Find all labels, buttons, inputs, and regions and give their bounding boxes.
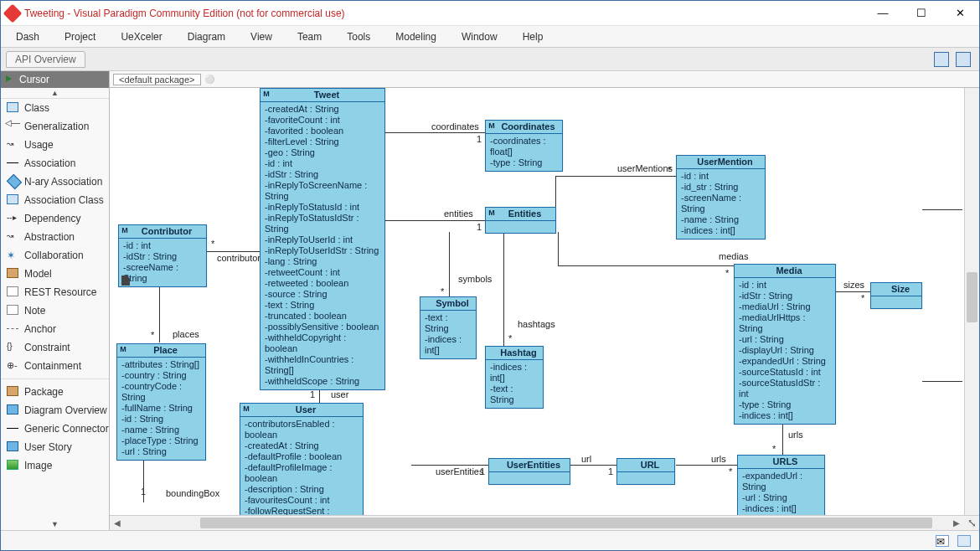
canvas-breadcrumb: <default package> ⚪ xyxy=(110,71,979,88)
palette: Cursor ▲ Class Generalization ↝Usage Ass… xyxy=(1,71,110,530)
assoc-contributors: contributors xyxy=(217,253,265,263)
mult-star-c: * xyxy=(861,293,864,303)
mail-icon[interactable]: ✉ xyxy=(936,535,949,547)
assoc-userentities: userEntities xyxy=(436,466,483,476)
palette-anchor[interactable]: Anchor xyxy=(1,320,109,338)
panel-icon[interactable] xyxy=(956,52,971,67)
mult-1h: 1 xyxy=(141,487,146,497)
class-entities[interactable]: MEntities xyxy=(485,207,556,234)
palette-collapse-up[interactable]: ▲ xyxy=(1,88,109,99)
tab-api-overview[interactable]: API Overview xyxy=(6,51,85,68)
mult-star-g: * xyxy=(211,239,214,249)
assoc-hashtags: hashtags xyxy=(518,319,555,329)
menu-diagram[interactable]: Diagram xyxy=(188,31,225,43)
class-size[interactable]: Size xyxy=(870,282,922,309)
mult-1e: 1 xyxy=(480,466,485,476)
palette-class[interactable]: Class xyxy=(1,99,109,117)
class-user[interactable]: MUser contributorsEnabled : booleancreat… xyxy=(240,403,364,515)
title-bar: Tweeting - Visual Paradigm Community Edi… xyxy=(1,1,979,26)
mult-1: 1 xyxy=(477,134,482,144)
mult-star-e: * xyxy=(508,333,512,343)
toolbar: API Overview xyxy=(1,48,979,71)
menu-project[interactable]: Project xyxy=(64,31,95,43)
palette-user-story[interactable]: User Story xyxy=(1,438,109,456)
palette-assoc-class[interactable]: Association Class xyxy=(1,191,109,209)
class-coordinates[interactable]: MCoordinates coordinates : float[]type :… xyxy=(485,120,563,172)
window-title: Tweeting - Visual Paradigm Community Edi… xyxy=(24,8,864,19)
palette-generalization[interactable]: Generalization xyxy=(1,117,109,136)
mult-1g: 1 xyxy=(310,389,315,399)
assoc-url: url xyxy=(581,454,591,464)
layout-icon[interactable] xyxy=(934,52,949,67)
maximize-button[interactable]: ☐ xyxy=(902,1,941,26)
mult-star-b: * xyxy=(725,268,729,278)
palette-constraint[interactable]: {}Constraint xyxy=(1,338,109,357)
class-contributor[interactable]: MContributor id : intidStr : Stringscree… xyxy=(118,224,207,287)
breadcrumb-search-icon[interactable]: ⚪ xyxy=(204,75,214,84)
palette-containment[interactable]: ⊕-Containment xyxy=(1,357,109,375)
menu-window[interactable]: Window xyxy=(462,31,498,43)
palette-note[interactable]: Note xyxy=(1,301,109,320)
assoc-coordinates: coordinates xyxy=(431,121,479,131)
class-url[interactable]: URL xyxy=(616,458,675,485)
class-place[interactable]: MPlace attributes : String[]country : St… xyxy=(116,343,206,461)
diagram-canvas[interactable]: coordinates 1 entities 1 userMentions * … xyxy=(110,88,979,515)
breadcrumb-package[interactable]: <default package> xyxy=(113,74,201,85)
class-tweet[interactable]: MTweet createdAt : StringfavoriteCount :… xyxy=(260,88,385,390)
palette-rest[interactable]: REST Resource xyxy=(1,283,109,301)
class-tweet-attrs: createdAt : StringfavoriteCount : intfav… xyxy=(260,102,384,389)
mult-1b: 1 xyxy=(477,222,482,232)
class-urls[interactable]: URLS expandedUrl : Stringurl : Stringind… xyxy=(737,455,825,515)
menu-team[interactable]: Team xyxy=(297,31,322,43)
palette-dependency[interactable]: --▸Dependency xyxy=(1,209,109,228)
menu-bar: Dash Project UeXceler Diagram View Team … xyxy=(1,26,979,48)
horizontal-scrollbar[interactable]: ◀ ▶ ⤡ xyxy=(110,515,979,530)
palette-package[interactable]: Package xyxy=(1,383,109,401)
app-logo xyxy=(3,3,23,23)
mult-star-h: * xyxy=(729,466,732,476)
palette-cursor[interactable]: Cursor xyxy=(1,71,109,88)
palette-usage[interactable]: ↝Usage xyxy=(1,136,109,154)
mult-1f: 1 xyxy=(608,466,613,476)
menu-tools[interactable]: Tools xyxy=(347,31,370,43)
note-status-icon[interactable] xyxy=(957,535,971,547)
palette-image[interactable]: Image xyxy=(1,456,109,475)
mult-star-a: * xyxy=(668,165,671,175)
mult-star-d: * xyxy=(441,286,444,296)
resize-handle[interactable]: ⤡ xyxy=(964,516,979,530)
assoc-user: user xyxy=(331,389,348,399)
menu-view[interactable]: View xyxy=(250,31,272,43)
palette-nary[interactable]: N-ary Association xyxy=(1,173,109,191)
assoc-boundingbox: boundingBox xyxy=(166,488,219,498)
mult-star-i: * xyxy=(151,330,154,340)
assoc-medias: medias xyxy=(719,251,748,261)
assoc-urls-a: urls xyxy=(788,430,803,440)
mult-star-f: * xyxy=(772,444,776,454)
palette-diagram-overview[interactable]: Diagram Overview xyxy=(1,401,109,420)
assoc-places: places xyxy=(173,329,199,339)
menu-modeling[interactable]: Modeling xyxy=(395,31,436,43)
assoc-entities: entities xyxy=(444,209,473,219)
palette-collapse-down[interactable]: ▼ xyxy=(1,518,109,530)
assoc-symbols: symbols xyxy=(458,274,492,284)
vertical-scrollbar[interactable] xyxy=(964,88,979,515)
class-hashtag[interactable]: Hashtag indices : int[]text : String xyxy=(485,346,544,409)
palette-abstraction[interactable]: ↝Abstraction xyxy=(1,228,109,246)
palette-generic-connector[interactable]: Generic Connector xyxy=(1,420,109,438)
menu-dash[interactable]: Dash xyxy=(16,31,39,43)
class-userentities[interactable]: UserEntities xyxy=(488,458,570,485)
class-symbol[interactable]: Symbol text : Stringindices : int[] xyxy=(420,296,477,359)
menu-help[interactable]: Help xyxy=(523,31,544,43)
status-bar: ✉ xyxy=(1,530,979,550)
class-media[interactable]: Media id : intidStr : StringmediaUrl : S… xyxy=(734,264,836,425)
assoc-usermentions: userMentions xyxy=(617,163,673,173)
menu-uexceler[interactable]: UeXceler xyxy=(121,31,162,43)
palette-model[interactable]: Model xyxy=(1,265,109,283)
class-usermention[interactable]: UserMention id : intid_str : Stringscree… xyxy=(676,155,766,239)
palette-association[interactable]: Association xyxy=(1,154,109,173)
minimize-button[interactable]: — xyxy=(864,1,902,26)
assoc-urls-b: urls xyxy=(711,454,726,464)
palette-collaboration[interactable]: ✶Collaboration xyxy=(1,246,109,265)
close-button[interactable]: ✕ xyxy=(941,1,979,26)
assoc-sizes: sizes xyxy=(843,280,864,290)
